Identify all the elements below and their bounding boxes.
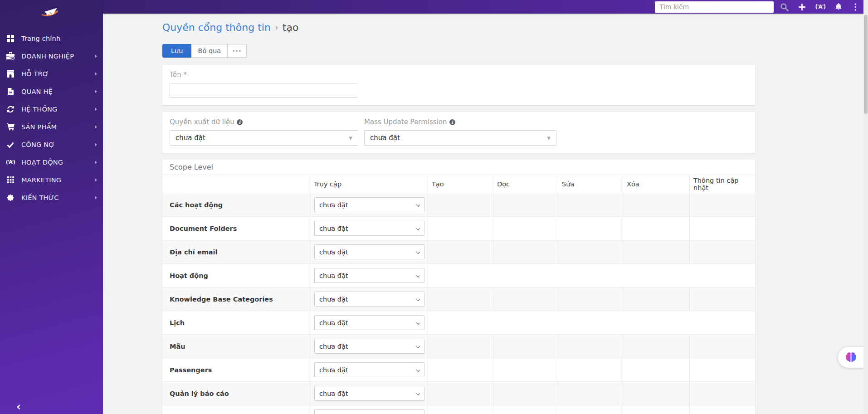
sidebar-item-label: KIẾN THỨC bbox=[21, 194, 59, 201]
cart-icon bbox=[5, 123, 15, 131]
scope-access-select[interactable]: chưa đặt bbox=[314, 315, 424, 330]
scope-cell-edit bbox=[558, 217, 623, 240]
chevron-down-icon bbox=[416, 250, 420, 254]
name-field-label: Tên * bbox=[170, 71, 748, 79]
sidebar-item-he-thong[interactable]: HỆ THỐNG bbox=[0, 100, 103, 118]
scope-access-select[interactable]: chưa đặt bbox=[314, 221, 424, 236]
breadcrumb: Quyền cổng thông tin › tạo bbox=[162, 20, 755, 34]
scope-cell-delete bbox=[623, 217, 689, 240]
scope-column-header: Đọc bbox=[493, 175, 558, 193]
sidebar-item-san-pham[interactable]: SẢN PHẨM bbox=[0, 118, 103, 136]
sidebar-item-quan-he[interactable]: w QUAN HỆ bbox=[0, 83, 103, 100]
mass-update-permission-select[interactable]: chưa đặt ▼ bbox=[364, 130, 556, 146]
sidebar-item-ho-tro[interactable]: HỖ TRỢ bbox=[0, 65, 103, 83]
scope-row-label: Hoạt động bbox=[162, 264, 310, 287]
scope-cell-delete bbox=[623, 405, 689, 414]
sidebar-item-label: QUAN HỆ bbox=[21, 88, 53, 95]
chevron-right-icon bbox=[95, 90, 97, 93]
scope-cell-read bbox=[493, 405, 558, 414]
scope-cell-stream bbox=[689, 217, 755, 240]
broadcast-icon[interactable]: ('A') bbox=[815, 4, 825, 10]
scope-column-header: Truy cập bbox=[310, 175, 428, 193]
sidebar-menu: Trang chính DOANH NGHIỆP HỖ TRỢ w QUAN H… bbox=[0, 29, 103, 206]
scope-level-panel: Scope Level Truy cậpTạoĐọcSửaXóaThông ti… bbox=[162, 160, 755, 414]
scope-cell-stream bbox=[689, 335, 755, 358]
scope-row-label: Địa chỉ email bbox=[162, 240, 310, 263]
sidebar-item-trang-chinh[interactable]: Trang chính bbox=[0, 29, 103, 47]
cancel-button[interactable]: Bỏ qua bbox=[191, 44, 228, 58]
sidebar-item-kien-thuc[interactable]: KIẾN THỨC bbox=[0, 189, 103, 206]
scope-row-label: Document Folders bbox=[162, 217, 310, 240]
chevron-down-icon: ▼ bbox=[349, 136, 352, 141]
topbar: ('A') bbox=[103, 0, 868, 14]
scope-access-select[interactable]: chưa đặt bbox=[314, 197, 424, 212]
scope-cell-read bbox=[493, 382, 558, 405]
export-permission-label: Quyền xuất dữ liệu i bbox=[170, 118, 358, 126]
scope-table-row: Document Folders chưa đặt bbox=[162, 217, 755, 240]
scope-access-select[interactable]: chưa đặt bbox=[314, 268, 424, 283]
archway-icon bbox=[5, 70, 15, 78]
scope-access-select[interactable]: chưa đặt bbox=[314, 362, 424, 377]
scope-cell-edit bbox=[558, 358, 623, 381]
chevron-down-icon bbox=[416, 391, 420, 395]
scope-cell-span bbox=[428, 311, 755, 334]
sidebar-item-label: CÔNG NỢ bbox=[21, 141, 55, 148]
sidebar-item-cong-no[interactable]: CÔNG NỢ bbox=[0, 136, 103, 153]
breadcrumb-parent-link[interactable]: Quyền cổng thông tin bbox=[162, 22, 271, 33]
briefcase-clock-icon bbox=[5, 52, 15, 60]
sidebar: Trang chính DOANH NGHIỆP HỖ TRỢ w QUAN H… bbox=[0, 0, 103, 414]
sidebar-item-label: DOANH NGHIỆP bbox=[21, 53, 74, 60]
topbar-icons: ('A') bbox=[780, 3, 859, 11]
action-buttons: Lưu Bỏ qua ••• bbox=[162, 44, 755, 58]
sync-icon bbox=[5, 106, 15, 113]
name-field-input[interactable] bbox=[170, 83, 358, 98]
bell-icon[interactable] bbox=[835, 3, 842, 10]
scope-cell-stream bbox=[689, 358, 755, 381]
scope-row-label: Các hoạt động bbox=[162, 193, 310, 216]
chevron-down-icon bbox=[416, 344, 420, 348]
kebab-icon[interactable] bbox=[852, 3, 859, 11]
check-icon bbox=[5, 141, 15, 148]
plus-icon[interactable] bbox=[798, 4, 805, 10]
scope-cell-edit bbox=[558, 405, 623, 414]
sidebar-item-hoat-ong[interactable]: ('A') HOẠT ĐỘNG bbox=[0, 153, 103, 171]
grid-icon bbox=[5, 35, 15, 42]
chevron-down-icon bbox=[416, 297, 420, 301]
name-panel: Tên * bbox=[162, 65, 755, 105]
info-icon[interactable]: i bbox=[237, 119, 243, 125]
scope-row-label: Quản lý báo giá & combo bbox=[162, 405, 310, 414]
vertical-scrollbar bbox=[863, 0, 868, 414]
scrollbar-thumb[interactable] bbox=[864, 15, 868, 114]
chevron-right-icon bbox=[95, 161, 97, 164]
sidebar-item-label: SẢN PHẨM bbox=[21, 123, 57, 131]
scope-row-label: Passengers bbox=[162, 358, 310, 381]
scope-access-select[interactable]: chưa đặt bbox=[314, 339, 424, 354]
sidebar-item-doanh-nghiep[interactable]: DOANH NGHIỆP bbox=[0, 47, 103, 65]
scope-cell-span bbox=[428, 264, 755, 287]
brain-icon bbox=[5, 194, 15, 201]
plane-logo[interactable] bbox=[39, 5, 60, 19]
search-icon[interactable] bbox=[780, 3, 789, 11]
scope-cell-delete bbox=[623, 193, 689, 216]
scope-table-row: Quản lý báo giá & combo chưa đặt bbox=[162, 405, 755, 414]
more-actions-button[interactable]: ••• bbox=[228, 44, 247, 58]
assistant-button[interactable] bbox=[838, 347, 863, 368]
scope-cell-delete bbox=[623, 287, 689, 311]
scope-access-select[interactable]: chưa đặt bbox=[314, 244, 424, 259]
sidebar-item-marketing[interactable]: MARKETING bbox=[0, 171, 103, 189]
chevron-right-icon bbox=[95, 196, 97, 200]
scope-cell-edit bbox=[558, 382, 623, 405]
chevron-down-icon bbox=[416, 273, 420, 278]
main-content: Quyền cổng thông tin › tạo Lưu Bỏ qua ••… bbox=[103, 14, 868, 414]
scope-access-select[interactable]: chưa đặt bbox=[314, 409, 424, 414]
search-input[interactable] bbox=[655, 1, 774, 13]
sidebar-collapse-button[interactable]: ‹ bbox=[16, 401, 21, 412]
scope-access-select[interactable]: chưa đặt bbox=[314, 292, 424, 307]
save-button[interactable]: Lưu bbox=[162, 44, 191, 58]
export-permission-select[interactable]: chưa đặt ▼ bbox=[170, 130, 358, 146]
info-icon[interactable]: i bbox=[449, 119, 455, 125]
scope-cell-create bbox=[428, 405, 493, 414]
scope-cell-create bbox=[428, 217, 493, 240]
scope-cell-delete bbox=[623, 335, 689, 358]
scope-access-select[interactable]: chưa đặt bbox=[314, 386, 424, 401]
